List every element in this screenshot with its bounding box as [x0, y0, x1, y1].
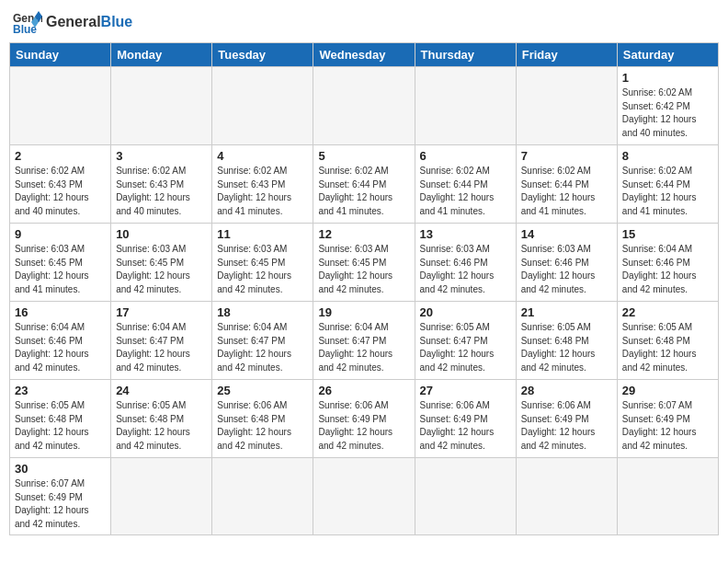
day-info: Sunrise: 6:06 AM Sunset: 6:49 PM Dayligh… [521, 399, 612, 453]
calendar-cell: 4Sunrise: 6:02 AM Sunset: 6:43 PM Daylig… [212, 145, 313, 224]
day-info: Sunrise: 6:05 AM Sunset: 6:48 PM Dayligh… [622, 321, 713, 374]
day-number: 12 [318, 227, 409, 241]
calendar-cell [415, 67, 516, 145]
day-number: 23 [15, 384, 106, 397]
calendar-cell: 25Sunrise: 6:06 AM Sunset: 6:48 PM Dayli… [212, 380, 313, 458]
calendar-cell: 21Sunrise: 6:05 AM Sunset: 6:48 PM Dayli… [516, 302, 617, 380]
day-info: Sunrise: 6:04 AM Sunset: 6:46 PM Dayligh… [15, 321, 106, 374]
calendar-cell: 22Sunrise: 6:05 AM Sunset: 6:48 PM Dayli… [617, 302, 718, 380]
day-number: 19 [318, 305, 409, 319]
day-number: 8 [622, 149, 713, 163]
day-info: Sunrise: 6:04 AM Sunset: 6:47 PM Dayligh… [318, 321, 409, 374]
day-number: 30 [15, 462, 106, 476]
day-info: Sunrise: 6:06 AM Sunset: 6:48 PM Dayligh… [217, 399, 308, 453]
calendar-cell: 19Sunrise: 6:04 AM Sunset: 6:47 PM Dayli… [313, 302, 415, 380]
day-number: 14 [521, 227, 612, 241]
calendar-cell [111, 458, 212, 535]
calendar-cell: 20Sunrise: 6:05 AM Sunset: 6:47 PM Dayli… [415, 302, 516, 380]
calendar-cell [313, 458, 415, 535]
day-number: 9 [15, 227, 106, 241]
calendar-table: SundayMondayTuesdayWednesdayThursdayFrid… [9, 42, 719, 535]
day-info: Sunrise: 6:03 AM Sunset: 6:45 PM Dayligh… [318, 243, 409, 296]
day-number: 27 [420, 384, 511, 397]
calendar-cell [516, 67, 617, 145]
day-info: Sunrise: 6:02 AM Sunset: 6:44 PM Dayligh… [521, 165, 612, 218]
week-row-5: 23Sunrise: 6:05 AM Sunset: 6:48 PM Dayli… [10, 380, 719, 458]
calendar-cell: 6Sunrise: 6:02 AM Sunset: 6:44 PM Daylig… [415, 145, 516, 224]
calendar-cell [212, 67, 313, 145]
day-number: 13 [420, 227, 511, 241]
day-number: 5 [318, 149, 409, 163]
calendar-cell: 27Sunrise: 6:06 AM Sunset: 6:49 PM Dayli… [415, 380, 516, 458]
day-info: Sunrise: 6:03 AM Sunset: 6:46 PM Dayligh… [521, 243, 612, 296]
calendar-cell [10, 67, 111, 145]
weekday-header-row: SundayMondayTuesdayWednesdayThursdayFrid… [10, 43, 719, 67]
day-info: Sunrise: 6:02 AM Sunset: 6:44 PM Dayligh… [420, 165, 511, 218]
calendar-cell: 29Sunrise: 6:07 AM Sunset: 6:49 PM Dayli… [617, 380, 718, 458]
calendar-cell: 8Sunrise: 6:02 AM Sunset: 6:44 PM Daylig… [617, 145, 718, 224]
day-number: 29 [622, 384, 713, 397]
day-info: Sunrise: 6:05 AM Sunset: 6:48 PM Dayligh… [521, 321, 612, 374]
day-info: Sunrise: 6:04 AM Sunset: 6:47 PM Dayligh… [217, 321, 308, 374]
day-info: Sunrise: 6:02 AM Sunset: 6:44 PM Dayligh… [318, 165, 409, 218]
weekday-header-friday: Friday [516, 43, 617, 67]
day-number: 21 [521, 305, 612, 319]
calendar-cell: 12Sunrise: 6:03 AM Sunset: 6:45 PM Dayli… [313, 224, 415, 302]
day-number: 3 [116, 149, 207, 163]
day-info: Sunrise: 6:03 AM Sunset: 6:45 PM Dayligh… [116, 243, 207, 296]
calendar-cell: 11Sunrise: 6:03 AM Sunset: 6:45 PM Dayli… [212, 224, 313, 302]
calendar-cell: 10Sunrise: 6:03 AM Sunset: 6:45 PM Dayli… [111, 224, 212, 302]
day-info: Sunrise: 6:02 AM Sunset: 6:43 PM Dayligh… [15, 165, 106, 218]
day-number: 25 [217, 384, 308, 397]
day-number: 10 [116, 227, 207, 241]
calendar-cell: 9Sunrise: 6:03 AM Sunset: 6:45 PM Daylig… [10, 224, 111, 302]
logo-text: GeneralBlue [46, 14, 132, 30]
day-number: 22 [622, 305, 713, 319]
calendar-cell: 14Sunrise: 6:03 AM Sunset: 6:46 PM Dayli… [516, 224, 617, 302]
day-info: Sunrise: 6:02 AM Sunset: 6:43 PM Dayligh… [217, 165, 308, 218]
logo: General Blue GeneralBlue [13, 9, 132, 35]
day-info: Sunrise: 6:03 AM Sunset: 6:45 PM Dayligh… [15, 243, 106, 296]
calendar-cell [415, 458, 516, 535]
day-number: 18 [217, 305, 308, 319]
calendar-cell: 2Sunrise: 6:02 AM Sunset: 6:43 PM Daylig… [10, 145, 111, 224]
calendar-cell: 7Sunrise: 6:02 AM Sunset: 6:44 PM Daylig… [516, 145, 617, 224]
day-info: Sunrise: 6:03 AM Sunset: 6:45 PM Dayligh… [217, 243, 308, 296]
weekday-header-thursday: Thursday [415, 43, 516, 67]
weekday-header-sunday: Sunday [10, 43, 111, 67]
day-number: 2 [15, 149, 106, 163]
weekday-header-monday: Monday [111, 43, 212, 67]
day-number: 11 [217, 227, 308, 241]
day-info: Sunrise: 6:06 AM Sunset: 6:49 PM Dayligh… [420, 399, 511, 453]
day-info: Sunrise: 6:03 AM Sunset: 6:46 PM Dayligh… [420, 243, 511, 296]
day-number: 4 [217, 149, 308, 163]
week-row-2: 2Sunrise: 6:02 AM Sunset: 6:43 PM Daylig… [10, 145, 719, 224]
day-info: Sunrise: 6:02 AM Sunset: 6:42 PM Dayligh… [622, 86, 713, 140]
weekday-header-tuesday: Tuesday [212, 43, 313, 67]
day-number: 7 [521, 149, 612, 163]
day-info: Sunrise: 6:05 AM Sunset: 6:47 PM Dayligh… [420, 321, 511, 374]
calendar-cell [212, 458, 313, 535]
day-info: Sunrise: 6:05 AM Sunset: 6:48 PM Dayligh… [15, 399, 106, 453]
day-info: Sunrise: 6:04 AM Sunset: 6:46 PM Dayligh… [622, 243, 713, 296]
calendar-cell: 28Sunrise: 6:06 AM Sunset: 6:49 PM Dayli… [516, 380, 617, 458]
calendar-cell: 18Sunrise: 6:04 AM Sunset: 6:47 PM Dayli… [212, 302, 313, 380]
day-number: 28 [521, 384, 612, 397]
day-info: Sunrise: 6:02 AM Sunset: 6:44 PM Dayligh… [622, 165, 713, 218]
week-row-1: 1Sunrise: 6:02 AM Sunset: 6:42 PM Daylig… [10, 67, 719, 145]
calendar-cell: 16Sunrise: 6:04 AM Sunset: 6:46 PM Dayli… [10, 302, 111, 380]
calendar-cell: 15Sunrise: 6:04 AM Sunset: 6:46 PM Dayli… [617, 224, 718, 302]
calendar-cell: 13Sunrise: 6:03 AM Sunset: 6:46 PM Dayli… [415, 224, 516, 302]
day-info: Sunrise: 6:05 AM Sunset: 6:48 PM Dayligh… [116, 399, 207, 453]
day-number: 26 [318, 384, 409, 397]
calendar-cell [313, 67, 415, 145]
day-number: 20 [420, 305, 511, 319]
day-info: Sunrise: 6:07 AM Sunset: 6:49 PM Dayligh… [15, 477, 106, 531]
week-row-4: 16Sunrise: 6:04 AM Sunset: 6:46 PM Dayli… [10, 302, 719, 380]
calendar-cell: 1Sunrise: 6:02 AM Sunset: 6:42 PM Daylig… [617, 67, 718, 145]
calendar-cell: 17Sunrise: 6:04 AM Sunset: 6:47 PM Dayli… [111, 302, 212, 380]
logo-icon: General Blue [13, 9, 42, 35]
header: General Blue GeneralBlue [9, 9, 719, 35]
week-row-3: 9Sunrise: 6:03 AM Sunset: 6:45 PM Daylig… [10, 224, 719, 302]
day-number: 17 [116, 305, 207, 319]
